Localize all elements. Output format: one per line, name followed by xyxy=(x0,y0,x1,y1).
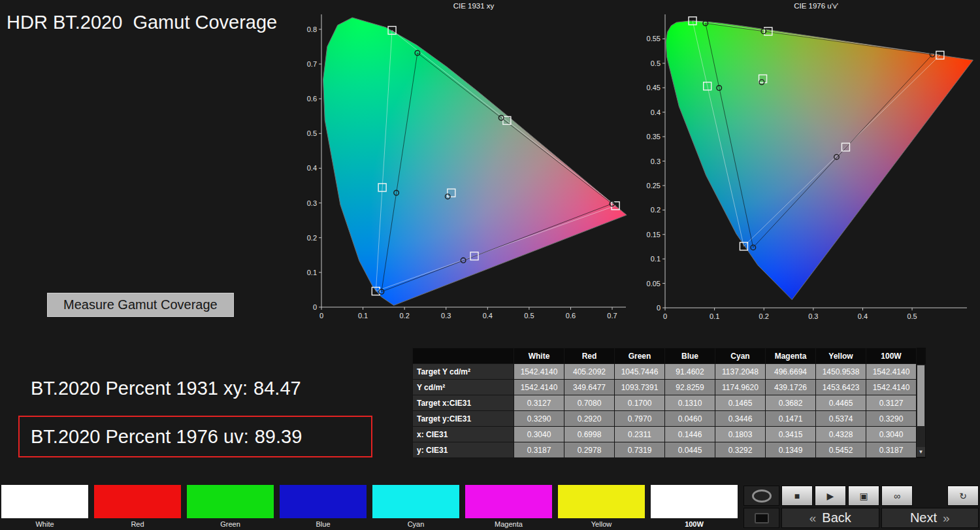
table-column-header: 100W xyxy=(866,348,917,364)
table-cell: 0.4465 xyxy=(816,395,866,411)
next-button[interactable]: Next» xyxy=(881,508,979,528)
swatch-color-chip xyxy=(1,485,88,518)
stop-icon: ■ xyxy=(794,491,800,501)
scrollbar-thumb[interactable] xyxy=(917,365,924,426)
table-row-label: Y cd/m² xyxy=(413,380,514,395)
x-tick-label: 0.1 xyxy=(710,312,719,320)
swatch-label: White xyxy=(1,520,88,528)
table-row: x: CIE310.30400.69980.23110.14460.18030.… xyxy=(413,427,917,442)
table-scrollbar[interactable]: ▼ xyxy=(916,364,926,457)
gamut-table-panel: WhiteRedGreenBlueCyanMagentaYellow100WTa… xyxy=(412,348,926,458)
x-tick-label: 0.4 xyxy=(858,312,868,320)
refresh-button[interactable]: ↻ xyxy=(947,486,979,506)
swatch-color-chip xyxy=(651,485,738,518)
y-tick-label: 0.4 xyxy=(307,164,317,172)
bt2020-percent-1931-result: BT.2020 Percent 1931 xy:84.47 xyxy=(31,378,301,399)
swatch-color-chip xyxy=(372,485,459,518)
pattern-swatch-green[interactable]: Green xyxy=(187,485,274,528)
stop-button[interactable]: ■ xyxy=(781,486,813,506)
pattern-swatch-blue[interactable]: Blue xyxy=(280,485,367,528)
table-cell: 0.1310 xyxy=(665,395,715,411)
table-row: Target Y cd/m²1542.4140405.20921045.7446… xyxy=(413,364,917,380)
bt2020-percent-1976-result: BT.2020 Percent 1976 uv:89.39 xyxy=(31,426,302,448)
scroll-down-button[interactable]: ▼ xyxy=(917,447,925,457)
measure-gamut-coverage-button[interactable]: Measure Gamut Coverage xyxy=(47,293,234,317)
table-cell: 0.1465 xyxy=(715,395,766,411)
x-tick-label: 0 xyxy=(319,312,323,320)
continuous-button[interactable]: ∞ xyxy=(881,486,913,506)
table-cell: 92.8259 xyxy=(665,380,715,395)
pattern-swatch-white[interactable]: White xyxy=(1,485,88,528)
play-button[interactable]: ▶ xyxy=(815,486,846,506)
table-row-label: Target y:CIE31 xyxy=(413,411,514,427)
pattern-swatch-yellow[interactable]: Yellow xyxy=(558,485,645,528)
transport-row: ■▶▣∞↻ xyxy=(743,486,979,506)
pattern-swatch-100w[interactable]: 100W xyxy=(651,485,738,528)
table-cell: 0.1700 xyxy=(615,395,665,411)
table-column-header: Cyan xyxy=(715,348,766,364)
control-panel: ■▶▣∞↻ «Back Next» xyxy=(743,486,979,529)
swatch-label: Magenta xyxy=(465,520,552,528)
y-tick-label: 0.7 xyxy=(307,60,317,68)
swatch-label: Cyan xyxy=(372,520,459,528)
save-button[interactable]: ▣ xyxy=(848,486,879,506)
table-cell: 0.3290 xyxy=(514,411,564,427)
table-row: Y cd/m²1542.4140349.64771093.739192.8259… xyxy=(413,380,917,395)
table-cell: 1453.6423 xyxy=(816,380,866,395)
y-tick-label: 0.55 xyxy=(647,35,661,42)
table-cell: 405.2092 xyxy=(564,364,615,380)
pattern-swatch-red[interactable]: Red xyxy=(94,485,181,528)
result-1931-label: BT.2020 Percent 1931 xy: xyxy=(31,378,248,399)
swatch-color-chip xyxy=(558,485,645,518)
table-cell: 0.3446 xyxy=(715,411,766,427)
result-1976-label: BT.2020 Percent 1976 uv: xyxy=(31,426,249,447)
table-cell: 0.0460 xyxy=(665,411,715,427)
table-cell: 1542.4140 xyxy=(866,364,917,380)
table-cell: 1137.2048 xyxy=(715,364,766,380)
table-cell: 1542.4140 xyxy=(514,380,564,395)
save-icon: ▣ xyxy=(859,491,868,501)
table-cell: 0.7080 xyxy=(564,395,615,411)
chart-title: CIE 1976 u'v' xyxy=(794,2,838,10)
y-tick-label: 0.6 xyxy=(307,95,317,103)
table-cell: 0.3127 xyxy=(866,395,917,411)
x-tick-label: 0.5 xyxy=(907,312,917,320)
swatch-color-chip xyxy=(465,485,552,518)
page-title: HDR BT.2020 Gamut Coverage xyxy=(7,12,277,33)
table-column-header: Blue xyxy=(665,348,715,364)
table-cell: 0.3040 xyxy=(866,427,917,442)
table-cell: 0.7970 xyxy=(615,411,665,427)
x-tick-label: 0.7 xyxy=(607,312,617,320)
back-button[interactable]: «Back xyxy=(781,508,879,528)
swatch-label: 100W xyxy=(651,520,738,528)
table-cell: 1542.4140 xyxy=(514,364,564,380)
table-cell: 496.6694 xyxy=(766,364,816,380)
table-cell: 0.0445 xyxy=(665,442,715,458)
table-cell: 0.1471 xyxy=(766,411,816,427)
table-row-label: y: CIE31 xyxy=(413,442,514,458)
swatch-label: Red xyxy=(94,520,181,528)
table-row-label: Target Y cd/m² xyxy=(413,364,514,380)
bt2020-percent-1976-result-box: BT.2020 Percent 1976 uv:89.39 xyxy=(18,416,372,457)
y-tick-label: 0.4 xyxy=(651,108,661,116)
play-icon: ▶ xyxy=(827,491,834,501)
pattern-swatch-cyan[interactable]: Cyan xyxy=(372,485,459,528)
x-tick-label: 0 xyxy=(663,312,667,320)
table-cell: 0.6998 xyxy=(564,427,615,442)
pattern-window-button[interactable] xyxy=(743,486,779,506)
swatch-label: Blue xyxy=(280,520,367,528)
y-tick-label: 0.25 xyxy=(647,182,661,190)
table-cell: 0.1446 xyxy=(665,427,715,442)
table-cell: 0.3040 xyxy=(514,427,564,442)
pattern-swatch-magenta[interactable]: Magenta xyxy=(465,485,552,528)
y-tick-label: 0 xyxy=(657,304,661,312)
x-tick-label: 0.3 xyxy=(441,312,451,320)
result-1976-value: 89.39 xyxy=(255,426,302,447)
display-window-button[interactable] xyxy=(743,508,779,528)
cie-1976-chart: 00.10.20.30.40.500.050.10.150.20.250.30.… xyxy=(634,0,980,327)
table-cell: 0.3187 xyxy=(866,442,917,458)
table-cell: 0.1349 xyxy=(766,442,816,458)
navigation-row: «Back Next» xyxy=(743,508,979,528)
y-tick-label: 0.3 xyxy=(307,199,317,207)
table-column-header: Green xyxy=(615,348,665,364)
